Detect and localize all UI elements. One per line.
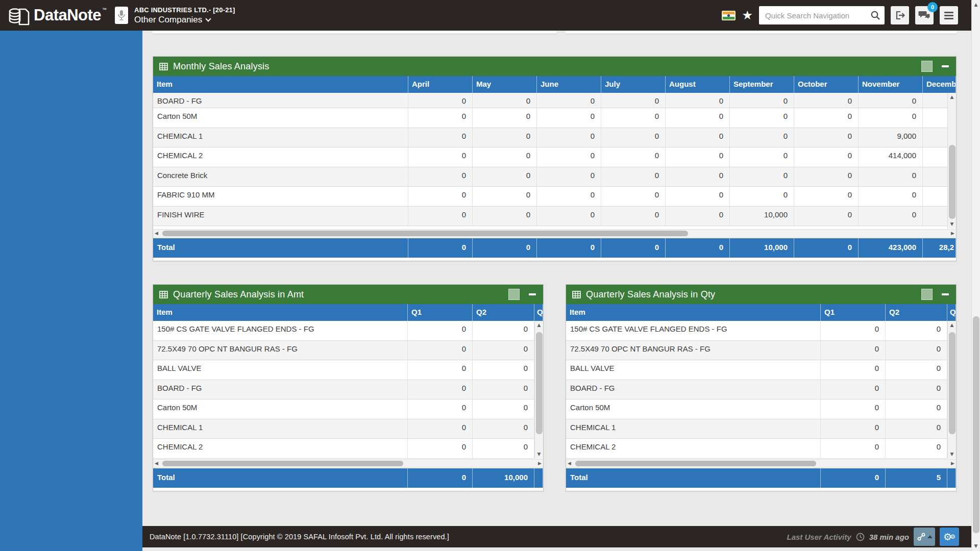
messages-button[interactable]: 0 bbox=[915, 6, 934, 24]
value-cell: 0 bbox=[408, 93, 473, 108]
table-row[interactable]: CHEMICAL 200 bbox=[566, 439, 956, 459]
table-row[interactable]: FINISH WIRE0000010,00000 bbox=[153, 207, 956, 227]
company-switcher[interactable]: Other Companies bbox=[134, 15, 235, 25]
voice-search-button[interactable] bbox=[115, 7, 128, 24]
collapse-panel-button[interactable] bbox=[942, 65, 949, 67]
horizontal-scrollbar[interactable]: ◀ ▶ bbox=[566, 459, 956, 468]
table-row[interactable]: CHEMICAL 100000009,000 bbox=[153, 128, 956, 148]
page-scrollbar[interactable]: ▲ ▼ bbox=[971, 0, 980, 551]
search-icon[interactable] bbox=[870, 10, 880, 20]
vertical-scrollbar[interactable]: ▲ ▼ bbox=[947, 321, 956, 459]
collapse-panel-button[interactable] bbox=[942, 293, 949, 295]
value-cell: 0 bbox=[601, 93, 666, 108]
vertical-scrollbar[interactable]: ▲ ▼ bbox=[534, 321, 543, 459]
total-value-cell: 0 bbox=[821, 468, 886, 488]
horizontal-scrollbar[interactable]: ◀ ▶ bbox=[153, 229, 956, 238]
column-header-april[interactable]: April bbox=[408, 76, 473, 93]
total-value-cell: 28,2 bbox=[923, 238, 956, 258]
favorites-star-icon[interactable]: ★ bbox=[742, 9, 753, 21]
table-row[interactable]: BALL VALVE00 bbox=[153, 360, 543, 380]
table-row[interactable]: Carton 50M00 bbox=[566, 399, 956, 419]
column-header-july[interactable]: July bbox=[601, 76, 666, 93]
column-header-q2[interactable]: Q2 bbox=[886, 304, 947, 321]
scrollbar-thumb[interactable] bbox=[162, 461, 403, 466]
table-row[interactable]: 150# CS GATE VALVE FLANGED ENDS - FG00 bbox=[566, 321, 956, 341]
table-row[interactable]: Carton 50M00000000 bbox=[153, 108, 956, 128]
column-header-december[interactable]: December bbox=[923, 76, 956, 93]
column-header-november[interactable]: November bbox=[859, 76, 923, 93]
value-cell: 0 bbox=[473, 167, 537, 187]
column-header-item[interactable]: Item bbox=[153, 76, 408, 93]
country-flag-icon[interactable] bbox=[722, 11, 736, 20]
panel-option-button[interactable] bbox=[921, 61, 933, 72]
horizontal-scrollbar[interactable]: ◀ ▶ bbox=[153, 459, 543, 468]
value-cell: 0 bbox=[730, 147, 794, 167]
column-header-august[interactable]: August bbox=[666, 76, 730, 93]
scroll-up-arrow[interactable]: ▲ bbox=[535, 321, 543, 330]
column-header-q1[interactable]: Q1 bbox=[821, 304, 886, 321]
scrollbar-thumb[interactable] bbox=[973, 316, 979, 533]
value-cell: 0 bbox=[601, 108, 666, 128]
table-row[interactable]: BOARD - FG00 bbox=[566, 380, 956, 400]
column-header-september[interactable]: September bbox=[730, 76, 794, 93]
minus-icon bbox=[529, 293, 536, 295]
table-row[interactable]: CHEMICAL 200 bbox=[153, 439, 543, 459]
scroll-right-arrow[interactable]: ▶ bbox=[951, 230, 954, 237]
column-header-october[interactable]: October bbox=[794, 76, 859, 93]
scroll-right-arrow[interactable]: ▶ bbox=[538, 460, 542, 467]
panel-option-button[interactable] bbox=[921, 289, 933, 300]
scroll-left-arrow[interactable]: ◀ bbox=[155, 230, 158, 237]
scroll-right-arrow[interactable]: ▶ bbox=[951, 460, 954, 467]
table-row[interactable]: Concrete Brick00000000 bbox=[153, 167, 956, 187]
search-input[interactable] bbox=[765, 11, 870, 20]
column-header-item[interactable]: Item bbox=[566, 304, 821, 321]
scroll-down-arrow[interactable]: ▼ bbox=[972, 542, 980, 550]
logout-button[interactable] bbox=[891, 6, 909, 24]
scroll-up-arrow[interactable]: ▲ bbox=[948, 321, 956, 330]
value-cell: 0 bbox=[601, 128, 666, 147]
scrollbar-thumb[interactable] bbox=[949, 332, 955, 434]
vertical-scrollbar[interactable]: ▲ ▼ bbox=[947, 93, 956, 229]
scroll-left-arrow[interactable]: ◀ bbox=[568, 460, 571, 467]
settings-button[interactable]: ⚙⚙ bbox=[940, 528, 959, 546]
table-row[interactable]: BOARD - FG00 bbox=[153, 380, 543, 400]
scroll-up-arrow[interactable]: ▲ bbox=[972, 1, 980, 9]
scrollbar-thumb[interactable] bbox=[162, 231, 688, 236]
scroll-down-arrow[interactable]: ▼ bbox=[948, 220, 956, 229]
brand-logo[interactable]: DataNote ™ bbox=[0, 2, 107, 29]
column-header-june[interactable]: June bbox=[537, 76, 601, 93]
column-header-item[interactable]: Item bbox=[153, 304, 408, 321]
table-row[interactable]: FABRIC 910 MM00000000 bbox=[153, 187, 956, 207]
column-header-q3[interactable]: Q3 bbox=[534, 304, 543, 321]
table-row[interactable]: BALL VALVE00 bbox=[566, 360, 956, 380]
scroll-up-arrow[interactable]: ▲ bbox=[948, 93, 956, 102]
scroll-left-arrow[interactable]: ◀ bbox=[155, 460, 158, 467]
table-grid-icon bbox=[159, 291, 168, 298]
table-row[interactable]: 72.5X49 70 OPC NT BANGUR RAS - FG00 bbox=[153, 341, 543, 361]
table-row[interactable]: 72.5X49 70 OPC NT BANGUR RAS - FG00 bbox=[566, 341, 956, 361]
clipped-panel-bottom bbox=[153, 31, 556, 34]
menu-button[interactable] bbox=[940, 6, 958, 24]
table-row[interactable]: CHEMICAL 100 bbox=[153, 419, 543, 439]
table-row[interactable]: BOARD - FG00000000 bbox=[153, 93, 956, 108]
column-header-q1[interactable]: Q1 bbox=[408, 304, 473, 321]
table-row[interactable]: 150# CS GATE VALVE FLANGED ENDS - FG00 bbox=[153, 321, 543, 341]
column-header-q3[interactable]: Q3 bbox=[947, 304, 956, 321]
panel-option-button[interactable] bbox=[508, 289, 520, 300]
left-sidebar[interactable] bbox=[0, 31, 142, 551]
connection-button[interactable] bbox=[914, 528, 935, 546]
scrollbar-thumb[interactable] bbox=[536, 332, 543, 434]
scrollbar-thumb[interactable] bbox=[949, 145, 955, 219]
scroll-down-arrow[interactable]: ▼ bbox=[948, 450, 956, 459]
scroll-down-arrow[interactable]: ▼ bbox=[535, 450, 543, 459]
table-row[interactable]: Carton 50M00 bbox=[153, 399, 543, 419]
column-header-q2[interactable]: Q2 bbox=[473, 304, 534, 321]
navbar-actions: ★ 0 bbox=[722, 6, 971, 24]
value-cell: 0 bbox=[473, 128, 537, 147]
table-row[interactable]: CHEMICAL 100 bbox=[566, 419, 956, 439]
table-row[interactable]: CHEMICAL 20000000414,000 bbox=[153, 147, 956, 167]
scrollbar-thumb[interactable] bbox=[575, 461, 816, 466]
value-cell: 0 bbox=[666, 167, 730, 187]
column-header-may[interactable]: May bbox=[473, 76, 537, 93]
collapse-panel-button[interactable] bbox=[529, 293, 536, 295]
